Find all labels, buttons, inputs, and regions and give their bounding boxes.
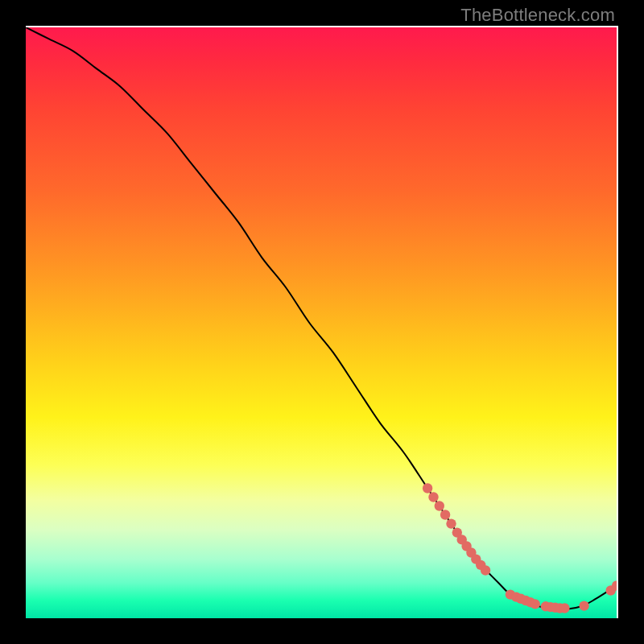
bottleneck-curve [26, 27, 617, 609]
plot-border [26, 26, 618, 618]
marker-dot [559, 603, 569, 613]
watermark-label: TheBottleneck.com [460, 5, 615, 26]
marker-dot [530, 599, 540, 609]
curve-layer [26, 27, 617, 618]
marker-dot [446, 518, 456, 528]
marker-dot [435, 501, 444, 510]
chart-frame: TheBottleneck.com [0, 0, 644, 644]
marker-dot [428, 492, 438, 502]
plot-area [26, 27, 617, 618]
marker-dot [440, 510, 450, 519]
marker-dot [579, 601, 588, 610]
marker-dot [423, 483, 432, 493]
marker-layer [423, 483, 617, 613]
marker-dot [481, 565, 490, 575]
